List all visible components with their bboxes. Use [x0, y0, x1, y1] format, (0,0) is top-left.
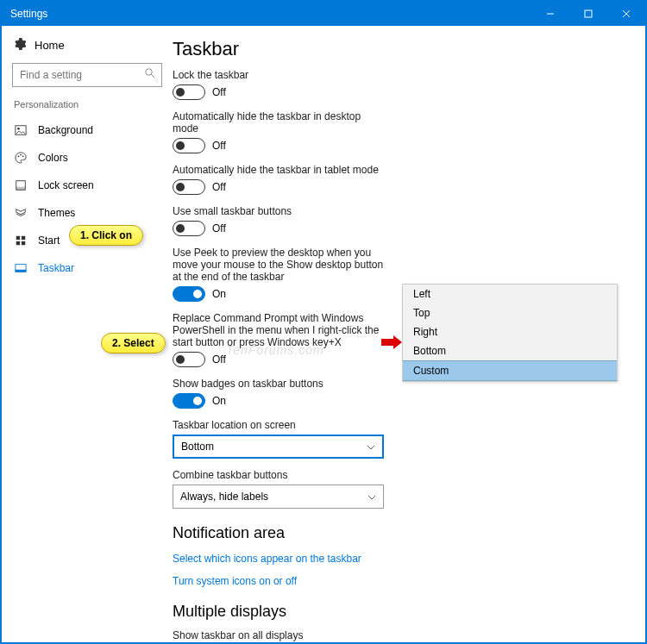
themes-icon: [14, 206, 28, 220]
home-button[interactable]: Home: [2, 33, 173, 58]
peek-toggle[interactable]: [173, 286, 205, 302]
sidebar-item-label: Background: [38, 124, 93, 136]
callout-1: 1. Click on: [69, 225, 143, 246]
sidebar-item-label: Lock screen: [38, 179, 94, 191]
location-popup: Left Top Right Bottom Custom: [402, 284, 618, 382]
toggle-state: Off: [212, 222, 226, 234]
svg-rect-14: [22, 236, 25, 240]
multiple-displays-heading: Multiple displays: [173, 603, 625, 621]
setting-label: Combine taskbar buttons: [173, 469, 388, 481]
svg-point-9: [20, 154, 22, 156]
callout-2: 2. Select: [101, 333, 166, 353]
svg-point-7: [17, 128, 20, 130]
svg-rect-12: [16, 187, 26, 191]
sidebar-item-label: Taskbar: [38, 262, 74, 274]
lock-toggle[interactable]: [173, 84, 205, 100]
location-dropdown[interactable]: Bottom: [173, 435, 384, 459]
notification-heading: Notification area: [173, 524, 625, 542]
popup-item-right[interactable]: Right: [403, 322, 617, 341]
lockscreen-icon: [14, 178, 28, 192]
titlebar: Settings: [2, 2, 645, 26]
sidebar-item-colors[interactable]: Colors: [2, 144, 173, 172]
home-label: Home: [35, 39, 65, 52]
setting-label: Show badges on taskbar buttons: [173, 378, 388, 390]
svg-line-5: [152, 75, 155, 78]
svg-rect-1: [585, 10, 592, 17]
small-buttons-toggle[interactable]: [173, 221, 205, 236]
page-heading: Taskbar: [173, 38, 625, 60]
svg-point-10: [22, 155, 24, 157]
palette-icon: [14, 151, 28, 165]
taskbar-icon: [14, 261, 28, 275]
gear-icon: [14, 38, 26, 53]
popup-item-bottom[interactable]: Bottom: [403, 341, 617, 360]
svg-point-4: [146, 69, 153, 76]
setting-label: Taskbar location on screen: [173, 419, 388, 431]
toggle-state: Off: [212, 86, 226, 98]
picture-icon: [14, 123, 28, 137]
toggle-state: On: [212, 395, 226, 407]
system-icons-link[interactable]: Turn system icons on or off: [173, 575, 625, 587]
setting-label: Use small taskbar buttons: [173, 205, 388, 217]
svg-rect-16: [22, 241, 25, 245]
svg-rect-18: [16, 270, 26, 272]
sidebar-item-themes[interactable]: Themes: [2, 199, 173, 227]
category-label: Personalization: [2, 96, 173, 116]
powershell-toggle[interactable]: [173, 352, 205, 367]
dropdown-value: Bottom: [181, 441, 214, 453]
setting-label: Replace Command Prompt with Windows Powe…: [173, 312, 388, 348]
minimize-button[interactable]: [531, 2, 569, 26]
toggle-state: On: [212, 288, 226, 300]
sidebar-item-label: Colors: [38, 152, 68, 164]
setting-label: Automatically hide the taskbar in deskto…: [173, 110, 388, 134]
arrow-icon: [381, 335, 402, 349]
setting-label: Automatically hide the taskbar in tablet…: [173, 164, 388, 176]
sidebar-item-background[interactable]: Background: [2, 116, 173, 144]
svg-point-8: [18, 155, 20, 157]
badges-toggle[interactable]: [173, 393, 205, 409]
sidebar-item-label: Themes: [38, 207, 75, 219]
setting-label: Lock the taskbar: [173, 69, 388, 81]
svg-rect-15: [16, 241, 20, 245]
maximize-button[interactable]: [569, 2, 607, 26]
chevron-down-icon: [367, 491, 376, 503]
select-icons-link[interactable]: Select which icons appear on the taskbar: [173, 553, 625, 565]
svg-rect-13: [16, 236, 20, 240]
combine-dropdown[interactable]: Always, hide labels: [173, 485, 384, 509]
popup-item-left[interactable]: Left: [403, 284, 617, 303]
window-title: Settings: [10, 8, 47, 20]
toggle-state: Off: [212, 353, 226, 366]
toggle-state: Off: [212, 181, 226, 193]
autohide-desktop-toggle[interactable]: [173, 138, 205, 153]
search-icon: [145, 68, 155, 78]
dropdown-value: Always, hide labels: [180, 491, 268, 503]
setting-label: Use Peek to preview the desktop when you…: [173, 247, 388, 283]
popup-item-top[interactable]: Top: [403, 303, 617, 322]
close-button[interactable]: [607, 2, 645, 26]
popup-item-custom[interactable]: Custom: [403, 360, 617, 381]
sidebar-item-taskbar[interactable]: Taskbar: [2, 254, 173, 282]
sidebar-item-label: Start: [38, 234, 60, 247]
start-icon: [14, 234, 28, 247]
setting-label: Show taskbar on all displays: [173, 629, 388, 641]
toggle-state: Off: [212, 140, 226, 152]
autohide-tablet-toggle[interactable]: [173, 179, 205, 195]
search-input[interactable]: [12, 63, 162, 87]
sidebar-item-lockscreen[interactable]: Lock screen: [2, 172, 173, 199]
chevron-down-icon: [367, 441, 375, 453]
